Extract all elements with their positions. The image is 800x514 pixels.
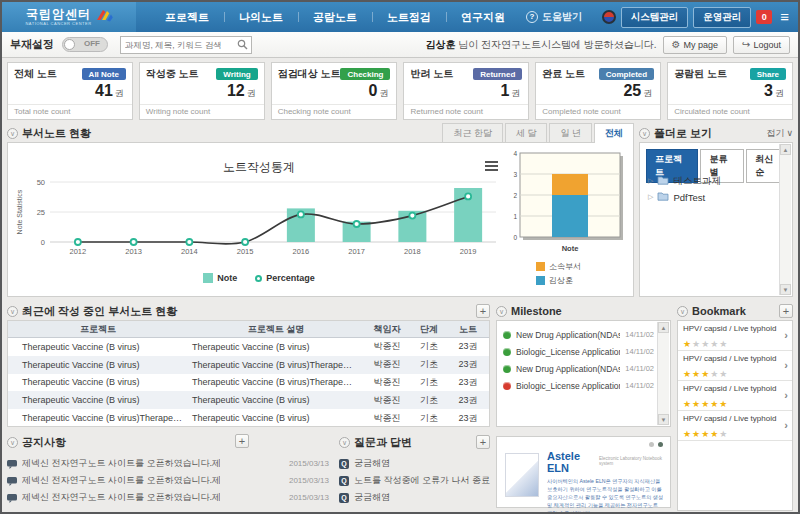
svg-text:2: 2 [513, 192, 517, 199]
expand-arrow-icon[interactable]: ▷ [648, 177, 653, 185]
notice-section: ∨ 공지사항 + 제넥신 전자연구노트 사이트를 오픈하였습니다.제넥… 201… [7, 433, 333, 513]
menu-item-shared-notes[interactable]: 공람노트 [298, 2, 372, 32]
bookmark-item[interactable]: HPV/ capsid / Live typhoid … ★★★★★ › [678, 321, 792, 351]
tab-one-year[interactable]: 일 년 [549, 123, 592, 142]
card-title: 전체 노트 [14, 67, 57, 81]
star-rating[interactable]: ★★★★★ [683, 364, 778, 380]
search-icon[interactable] [234, 39, 251, 50]
notice-item[interactable]: 제넥신 전자연구노트 사이트를 오픈하였습니다.제넥… 2015/03/13 [7, 472, 333, 489]
scrollbar[interactable]: ▲ ▼ [657, 322, 669, 425]
svg-text:1: 1 [513, 213, 517, 220]
gear-icon: ⚙ [672, 40, 681, 50]
section-icon[interactable]: ∨ [7, 437, 18, 448]
milestone-item[interactable]: New Drug Application(NDAs) 14/11/02 [497, 326, 670, 343]
table-row[interactable]: Therapeutic Vaccine (B virus)Therapeutic… [8, 356, 489, 374]
mypage-button[interactable]: ⚙ My page [663, 36, 728, 54]
tree-item[interactable]: ▷ 테스트과제 [648, 173, 776, 189]
qna-item[interactable]: Q 노트를 작성중에 오류가 나서 종료되었습… [339, 472, 490, 489]
menu-item-projects[interactable]: 프로젝트 [150, 2, 224, 32]
tab-three-months[interactable]: 세 달 [505, 123, 548, 142]
section-icon[interactable]: ∨ [7, 128, 18, 139]
add-button[interactable]: + [779, 304, 793, 318]
milestone-item[interactable]: Biologic_License Application 14/11/02 [497, 377, 670, 394]
section-icon[interactable]: ∨ [639, 128, 650, 139]
scroll-up-icon[interactable]: ▲ [658, 322, 669, 333]
scroll-down-icon[interactable]: ▼ [780, 284, 791, 295]
section-icon[interactable]: ∨ [677, 306, 688, 317]
expand-arrow-icon[interactable]: ▷ [648, 193, 653, 201]
notice-item[interactable]: 제넥신 전자연구노트 사이트를 오픈하였습니다.제넥… 2015/03/13 [7, 455, 333, 472]
alert-count-badge[interactable]: 0 [756, 10, 772, 24]
star-rating[interactable]: ★★★★★ [683, 394, 778, 410]
menu-item-note-check[interactable]: 노트점검 [372, 2, 446, 32]
card-completed-notes[interactable]: 완료 노트Completed 25권 Completed note count [535, 62, 661, 120]
add-button[interactable]: + [476, 435, 490, 449]
card-circulated-notes[interactable]: 공람된 노트Share 3권 Circulated note count [667, 62, 793, 120]
card-writing-notes[interactable]: 작성중 노트Writing 12권 Writing note count [139, 62, 265, 120]
scroll-down-icon[interactable]: ▼ [658, 414, 669, 425]
promo-banner[interactable]: Astele ELN Electronic Laboratory Noteboo… [496, 436, 671, 508]
qna-item[interactable]: Q 궁금해염 [339, 489, 490, 506]
carousel-dot[interactable] [649, 442, 654, 447]
status-dot [503, 348, 511, 356]
bookmark-item[interactable]: HPV/ capsid / Live typhoid ★★★★★ › [678, 381, 792, 411]
status-badge: Returned [473, 68, 522, 80]
hamburger-menu-icon[interactable]: ≡ [777, 10, 792, 24]
section-icon[interactable]: ∨ [339, 437, 350, 448]
menu-item-my-notes[interactable]: 나의노트 [224, 2, 298, 32]
chevron-right-icon[interactable]: › [784, 419, 788, 431]
card-checking-notes[interactable]: 점검대상 노트Checking 0권 Checking note count [271, 62, 398, 120]
svg-text:0: 0 [41, 238, 45, 247]
carousel-dot[interactable] [658, 442, 663, 447]
chevron-down-icon: ∨ [786, 128, 793, 138]
mini-chart-legend: 소속부서 김상훈 [536, 261, 630, 286]
operation-admin-button[interactable]: 운영관리 [693, 7, 751, 28]
legend-department[interactable]: 소속부서 [536, 261, 630, 272]
card-returned-notes[interactable]: 반려 노트Returned 1권 Returned note count [403, 62, 529, 120]
banner-subtitle: Electronic Laboratory Notebook system [599, 456, 664, 466]
milestone-item[interactable]: Biologic_License Application 14/11/02 [497, 343, 670, 360]
add-button[interactable]: + [235, 434, 249, 448]
svg-text:0: 0 [513, 234, 517, 241]
chart-menu-icon[interactable] [485, 159, 498, 173]
korea-flag-icon [602, 10, 616, 24]
table-row[interactable]: Therapeutic Vaccine (B virus)Therapeutic… [8, 338, 489, 356]
table-row[interactable]: Therapeutic Vaccine (B virus)Therapeutic… [8, 374, 489, 392]
speech-bubble-icon [7, 489, 17, 507]
menu-item-research-support[interactable]: 연구지원 [446, 2, 520, 32]
legend-percentage[interactable]: Percentage [255, 273, 315, 283]
star-rating[interactable]: ★★★★★ [683, 334, 778, 350]
chevron-right-icon[interactable]: › [784, 389, 788, 401]
collapse-link[interactable]: 접기 ∨ [766, 127, 793, 140]
tab-last-month[interactable]: 최근 한달 [442, 123, 503, 142]
card-all-notes[interactable]: 전체 노트All Note 41권 Total note count [7, 62, 133, 120]
legend-user[interactable]: 김상훈 [536, 275, 630, 286]
scrollbar[interactable]: ▲ ▼ [779, 144, 791, 295]
table-row[interactable]: Therapeutic Vaccine (B virus)Therapeutic… [8, 391, 489, 409]
section-icon[interactable]: ∨ [496, 306, 507, 317]
help-link[interactable]: ? 도움받기 [526, 10, 582, 24]
scroll-up-icon[interactable]: ▲ [780, 144, 791, 155]
absence-toggle[interactable]: OFF [62, 37, 108, 52]
chevron-right-icon[interactable]: › [784, 359, 788, 371]
section-icon[interactable]: ∨ [7, 306, 18, 317]
tree-item[interactable]: ▷ PdfTest [648, 189, 776, 205]
qna-item[interactable]: Q 궁금해염 [339, 455, 490, 472]
user-name: 김상훈 [425, 39, 455, 50]
bookmark-section: ∨ Bookmark + HPV/ capsid / Live typhoid … [677, 302, 793, 511]
bookmark-item[interactable]: HPV/ capsid / Live typhoid ★★★★★ › [678, 351, 792, 381]
logout-button[interactable]: ↪ Logout [733, 36, 790, 54]
legend-note[interactable]: Note [203, 273, 237, 283]
logo[interactable]: 국립암센터 NATIONAL CANCER CENTER [2, 2, 136, 32]
bookmark-item[interactable]: HPV/ capsid / Live typhoid ★★★★★ › [678, 411, 792, 441]
note-count: 3 [764, 82, 773, 99]
table-row[interactable]: Therapeutic Vaccine (B virus)Therape…The… [8, 409, 489, 427]
tab-all[interactable]: 전체 [594, 123, 634, 143]
star-rating[interactable]: ★★★★★ [683, 424, 778, 440]
notice-item[interactable]: 제넥신 전자연구노트 사이트를 오픈하였습니다.제넥… 2015/03/13 [7, 489, 333, 506]
chevron-right-icon[interactable]: › [784, 329, 788, 341]
search-input[interactable] [121, 40, 234, 50]
milestone-item[interactable]: New Drug Application(NDAs) 14/11/02 [497, 360, 670, 377]
add-button[interactable]: + [476, 304, 490, 318]
system-admin-button[interactable]: 시스템관리 [621, 7, 689, 28]
